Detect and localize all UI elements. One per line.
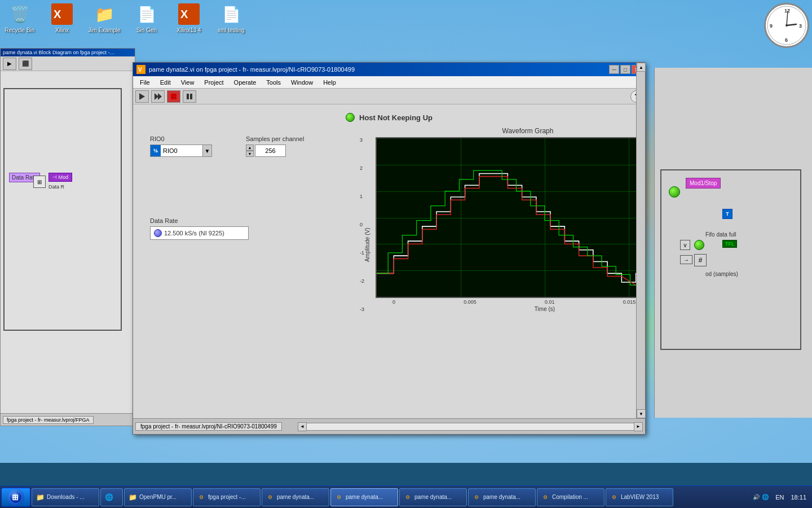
svg-text:12: 12 (784, 8, 790, 14)
back-stop-btn[interactable]: ⬛ (19, 58, 32, 70)
menu-edit[interactable]: Edit (156, 78, 175, 86)
back-diagram-frame (3, 88, 122, 331)
jim-example-icon: 📁 (93, 3, 116, 25)
desktop-icon-xilinx[interactable]: X Xilinx (45, 3, 79, 33)
menu-tools[interactable]: Tools (262, 78, 285, 86)
scroll-up-btn[interactable]: ▲ (637, 63, 646, 72)
datarate-icon (154, 229, 162, 237)
od-samples-label: od (samples) (705, 271, 738, 277)
svg-marker-15 (155, 93, 158, 100)
taskbar-fpga-project[interactable]: ⚙ fpga project -... (193, 488, 261, 506)
samples-input-group: ▲ ▼ (246, 144, 304, 157)
taskbar-pame4[interactable]: ⚙ pame dynata... (468, 488, 536, 506)
taskbar-compilation-label: Compilation ... (552, 494, 588, 500)
menu-help[interactable]: Help (319, 78, 341, 86)
pame4-icon: ⚙ (472, 493, 481, 502)
menu-file[interactable]: File (135, 78, 155, 86)
compilation-icon: ⚙ (541, 493, 550, 502)
menu-project[interactable]: Project (200, 78, 228, 86)
svg-text:3: 3 (799, 23, 802, 29)
scroll-right-btn[interactable]: ► (634, 422, 643, 431)
taskbar-openpmu[interactable]: 📁 OpenPMU pr... (124, 488, 192, 506)
menu-window[interactable]: Window (286, 78, 317, 86)
rio-section: RIO0 ⅓ RIO0 ▼ (150, 135, 212, 157)
h-scrollbar[interactable]: ◄ ► (298, 422, 643, 431)
desktop-icon-sin-gen[interactable]: 📄 Sin Gen (130, 3, 164, 33)
pause-button[interactable] (183, 90, 196, 103)
recycle-bin-label: Recycle Bin (5, 27, 35, 33)
scroll-down-btn[interactable]: ▼ (637, 409, 646, 418)
right-diagram: Mod1/Stop T Fifo data full TFL # od (sam… (654, 68, 812, 418)
samples-input[interactable] (255, 144, 286, 157)
taskbar-downloads[interactable]: 📁 Downloads - ... (32, 488, 99, 506)
status-led (346, 113, 355, 122)
status-tab[interactable]: fpga project - fr- measur.lvproj/NI-cRIO… (135, 422, 282, 431)
svg-text:9: 9 (770, 23, 773, 29)
samples-label: Samples per channel (246, 135, 304, 142)
menu-view[interactable]: View (176, 78, 199, 86)
taskbar-pame3[interactable]: ⚙ pame dynata... (399, 488, 467, 506)
taskbar-labview[interactable]: ⚙ LabVIEW 2013 (606, 488, 673, 506)
clock-time: 18:11 (791, 494, 806, 501)
desktop-icon-xilinx13[interactable]: X Xilinx13 4 (172, 3, 206, 33)
back-window-title: pame dynata.vi Block Diagram on fpga pro… (3, 50, 116, 55)
svg-marker-16 (158, 93, 162, 100)
rio-label: RIO0 (150, 135, 212, 142)
desktop-icon-recycle-bin[interactable]: 🗑️ Recycle Bin (3, 3, 37, 33)
x-0: 0 (392, 299, 395, 305)
status-message-group: Host Not Keeping Up (346, 113, 433, 122)
downloads-icon: 📁 (36, 493, 45, 502)
samples-spinner: ▲ ▼ (246, 144, 254, 157)
svg-rect-18 (187, 94, 189, 99)
desktop-icon-jim-example[interactable]: 📁 Jim Example (87, 3, 121, 33)
rio-dropdown-arrow[interactable]: ▼ (202, 145, 211, 156)
samples-section: Samples per channel ▲ ▼ (246, 135, 304, 157)
pame1-icon: ⚙ (266, 493, 275, 502)
desktop-icon-xml-testing[interactable]: 📄 xml testing (214, 3, 248, 33)
taskbar-pame1-label: pame dynata... (277, 494, 314, 500)
taskbar-pame2[interactable]: ⚙ pame dynata... (330, 488, 398, 506)
taskbar-ie[interactable]: 🌐 (100, 488, 123, 506)
spin-down-button[interactable]: ▼ (246, 151, 254, 157)
datarate-label: Data Rate (150, 217, 249, 224)
mod-stop-block: Mod1/Stop (686, 178, 721, 189)
menu-operate[interactable]: Operate (230, 78, 261, 86)
waveform-svg (377, 138, 645, 297)
y-0: 0 (360, 222, 364, 227)
x-0015: 0.015 (623, 299, 636, 305)
back-small-icon: ⊞ (33, 176, 46, 188)
stop-button[interactable] (167, 90, 180, 103)
y-3: 3 (360, 137, 364, 143)
start-orb: ⊞ (7, 489, 24, 506)
h-scroll-track (307, 423, 634, 431)
taskbar-labview-label: LabVIEW 2013 (621, 494, 659, 500)
menubar: File Edit View Project Operate Tools Win… (133, 76, 645, 89)
minimize-button[interactable]: ─ (609, 65, 619, 74)
y-axis-label: Amplitude (V) (364, 228, 370, 262)
back-statusbar: fpga project - fr- measur.lvproj/FPGA (1, 413, 135, 426)
run-continuously-button[interactable] (151, 90, 165, 103)
x-axis-numbers: 0 0.005 0.01 0.015 0.02 (376, 298, 645, 305)
back-run-btn[interactable]: ▶ (3, 58, 16, 70)
v-icon: v (680, 240, 690, 250)
taskbar-pame1[interactable]: ⚙ pame dynata... (262, 488, 329, 506)
main-window-title: pame dynata2.vi on fpga project - fr- me… (149, 66, 355, 73)
rio-dropdown[interactable]: ⅓ RIO0 ▼ (150, 144, 212, 157)
back-status-tab[interactable]: fpga project - fr- measur.lvproj/FPGA (3, 416, 94, 424)
scroll-left-btn[interactable]: ◄ (298, 422, 307, 431)
waveform-title: Waveform Graph (347, 127, 645, 135)
hash-icon: # (694, 254, 707, 266)
vertical-scrollbar[interactable]: ▲ ▼ (636, 63, 645, 418)
right-led (669, 186, 680, 198)
run-button[interactable] (135, 90, 149, 103)
spin-up-button[interactable]: ▲ (246, 144, 254, 151)
svg-rect-19 (190, 94, 192, 99)
maximize-button[interactable]: □ (620, 65, 630, 74)
mod-stop-label: Mod1/Stop (690, 180, 717, 186)
x-axis-title: Time (s) (376, 306, 645, 312)
taskbar-pame4-label: pame dynata... (483, 494, 520, 500)
taskbar-compilation[interactable]: ⚙ Compilation ... (537, 488, 604, 506)
y-neg3: -3 (360, 306, 364, 312)
start-button[interactable]: ⊞ (1, 488, 30, 507)
openpmu-icon: 📁 (128, 493, 137, 502)
